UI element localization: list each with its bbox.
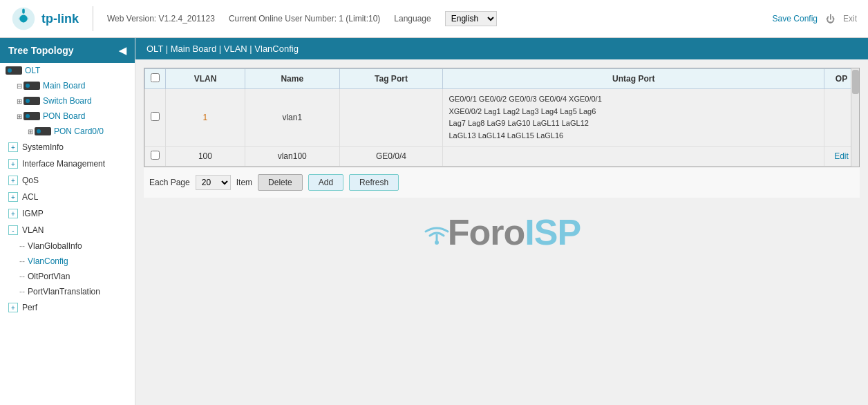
- header-right: Save Config ⏻ Exit: [773, 14, 857, 24]
- ponboard-icon: [23, 112, 40, 120]
- sidebar-switchboard-label: Switch Board: [43, 96, 92, 106]
- nav-item-acl[interactable]: + ACL: [0, 189, 135, 205]
- row1-checkbox-cell[interactable]: [145, 89, 166, 147]
- nav-menu: + SystemInfo + Interface Management + Qo…: [0, 139, 135, 405]
- nav-item-interface[interactable]: + Interface Management: [0, 156, 135, 172]
- nav-sub-vlanglobalinfo-label: VlanGlobalInfo: [28, 241, 82, 251]
- dash-icon-4: --: [19, 287, 25, 296]
- breadcrumb: OLT | Main Board | VLAN | VlanConfig: [135, 38, 868, 59]
- dash-icon-2: --: [19, 256, 25, 266]
- nav-igmp-label: IGMP: [22, 209, 44, 218]
- nav-item-perf[interactable]: + Perf: [0, 299, 135, 316]
- header-info: Web Version: V1.2.4_201123 Current Onlin…: [107, 11, 773, 26]
- nav-acl-label: ACL: [22, 192, 38, 202]
- nav-item-qos[interactable]: + QoS: [0, 172, 135, 189]
- row2-checkbox[interactable]: [151, 151, 160, 160]
- sidebar-sub2: ⊞ PON Card0/0: [11, 124, 135, 139]
- watermark: Foro ISP: [144, 198, 860, 260]
- language-select[interactable]: English Chinese: [445, 11, 497, 26]
- power-icon: ⏻: [826, 14, 835, 24]
- sidebar-item-olt[interactable]: OLT: [0, 63, 135, 78]
- nav-item-igmp[interactable]: + IGMP: [0, 205, 135, 222]
- col-untagport: Untag Port: [443, 69, 824, 89]
- nav-item-vlan[interactable]: - VLAN: [0, 222, 135, 238]
- row2-checkbox-cell[interactable]: [145, 147, 166, 167]
- logo-area: tp-link: [11, 6, 93, 31]
- vlan-table: VLAN Name Tag Port Untag Port OP: [144, 68, 859, 167]
- row2-untagport: [443, 147, 824, 167]
- item-label: Item: [236, 178, 252, 187]
- sidebar-item-ponboard[interactable]: ⊞ PON Board: [11, 109, 135, 124]
- expand-systeminfo-icon: +: [8, 142, 18, 152]
- row1-vlan-id: 1: [166, 89, 245, 147]
- expand-icon: ⊟: [17, 82, 22, 90]
- refresh-button[interactable]: Refresh: [349, 174, 399, 191]
- expand-icon-poncard: ⊞: [28, 128, 33, 135]
- row1-tagport: [339, 89, 443, 147]
- nav-sub-vlanglobalinfo[interactable]: -- VlanGlobalInfo: [0, 238, 135, 254]
- svg-rect-2: [22, 9, 25, 14]
- row2-vlan-id: 100: [166, 147, 245, 167]
- table-scrollbar[interactable]: [851, 68, 859, 167]
- dash-icon-3: --: [19, 272, 25, 281]
- nav-sub-oltportvlan-label: OltPortVlan: [28, 272, 70, 281]
- row1-name: vlan1: [245, 89, 339, 147]
- row1-untagport: GE0/0/1 GE0/0/2 GE0/0/3 GE0/0/4 XGE0/0/1…: [443, 89, 824, 147]
- col-name: Name: [245, 69, 339, 89]
- wifi-icon: [423, 215, 451, 249]
- scroll-thumb: [852, 70, 859, 94]
- table-scroll-container[interactable]: VLAN Name Tag Port Untag Port OP: [144, 68, 859, 167]
- expand-perf-icon: +: [8, 303, 18, 312]
- sidebar-item-switchboard[interactable]: ⊞ Switch Board: [11, 93, 135, 109]
- language-label: Language: [394, 14, 431, 23]
- nav-vlan-label: VLAN: [22, 225, 44, 235]
- expand-acl-icon: +: [8, 192, 18, 202]
- nav-item-systeminfo[interactable]: + SystemInfo: [0, 139, 135, 156]
- select-all-checkbox[interactable]: [151, 73, 160, 82]
- sidebar-mainboard-label: Main Board: [43, 81, 85, 91]
- nav-sub-oltportvlan[interactable]: -- OltPortVlan: [0, 269, 135, 284]
- watermark-isp: ISP: [525, 211, 581, 253]
- content-area: OLT | Main Board | VLAN | VlanConfig VLA…: [135, 38, 868, 405]
- expand-qos-icon: +: [8, 176, 18, 185]
- sidebar-sub: ⊟ Main Board ⊞ Switch Board ⊞ PON Board …: [0, 78, 135, 139]
- row2-edit-link[interactable]: Edit: [834, 151, 849, 161]
- mainboard-icon: [23, 82, 40, 90]
- nav-perf-label: Perf: [22, 303, 37, 312]
- table-row: 1 vlan1 GE0/0/1 GE0/0/2 GE0/0/3 GE0/0/4 …: [145, 89, 859, 147]
- per-page-select[interactable]: 10 20 50 100: [196, 175, 231, 190]
- table-footer: Each Page 10 20 50 100 Item Delete Add R…: [144, 167, 860, 198]
- sidebar-ponboard-label: PON Board: [43, 111, 85, 121]
- sidebar-title-text: Tree Topology: [8, 45, 74, 56]
- svg-point-1: [20, 15, 28, 23]
- exit-link[interactable]: Exit: [843, 14, 857, 23]
- row2-name: vlan100: [245, 147, 339, 167]
- expand-igmp-icon: +: [8, 209, 18, 218]
- vlan-table-wrapper: VLAN Name Tag Port Untag Port OP: [144, 68, 860, 167]
- left-panel: Tree Topology ◀ OLT ⊟ Main Board ⊞ Switc…: [0, 38, 135, 405]
- tplink-logo-icon: [11, 6, 36, 31]
- expand-interface-icon: +: [8, 159, 18, 169]
- online-users: Current Online User Number: 1 (Limit:10): [229, 14, 380, 23]
- row1-checkbox[interactable]: [151, 112, 160, 121]
- save-config-link[interactable]: Save Config: [773, 14, 818, 23]
- main-layout: Tree Topology ◀ OLT ⊟ Main Board ⊞ Switc…: [0, 38, 868, 405]
- sidebar-olt-label: OLT: [25, 66, 40, 75]
- row2-tagport: GE0/0/4: [339, 147, 443, 167]
- each-page-label: Each Page: [149, 178, 190, 187]
- col-tagport: Tag Port: [339, 69, 443, 89]
- switchboard-icon: [23, 97, 40, 105]
- nav-interface-label: Interface Management: [22, 159, 105, 169]
- sidebar-collapse-icon[interactable]: ◀: [119, 45, 126, 56]
- sidebar-item-poncard[interactable]: ⊞ PON Card0/0: [22, 124, 135, 139]
- sidebar-poncard-label: PON Card0/0: [54, 126, 104, 136]
- delete-button[interactable]: Delete: [258, 174, 303, 191]
- sidebar-item-mainboard[interactable]: ⊟ Main Board: [11, 78, 135, 93]
- dash-icon-1: --: [19, 241, 25, 251]
- col-checkbox: [145, 69, 166, 89]
- nav-sub-portvlantranslation[interactable]: -- PortVlanTranslation: [0, 284, 135, 299]
- expand-icon-pon: ⊞: [17, 113, 22, 120]
- nav-sub-vlanconfig[interactable]: -- VlanConfig: [0, 254, 135, 269]
- svg-point-3: [435, 241, 439, 245]
- add-button[interactable]: Add: [308, 174, 343, 191]
